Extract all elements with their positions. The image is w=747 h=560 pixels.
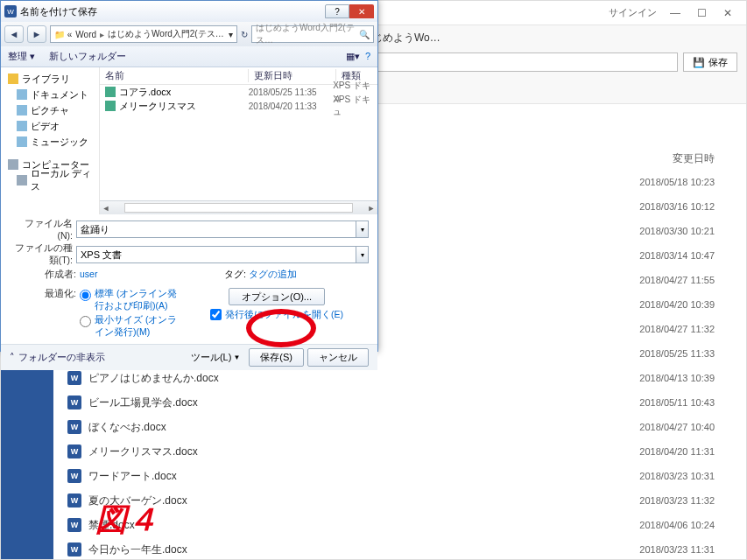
filetype-select[interactable]: XPS 文書	[76, 246, 356, 263]
word-doc-icon: W	[67, 396, 81, 410]
nav-fwd-icon[interactable]: ►	[27, 25, 46, 43]
open-after-checkbox[interactable]: 発行後にファイルを開く(E)	[185, 309, 369, 321]
word-doc-icon: W	[67, 371, 81, 385]
word-icon: W	[4, 5, 17, 18]
file-row[interactable]: Wぼくなべお.docx2018/04/27 10:40	[67, 415, 732, 439]
file-row[interactable]: W禁煙.docx2018/04/06 10:24	[67, 513, 732, 537]
view-icon[interactable]: ▦▾	[346, 51, 360, 62]
computer-icon	[8, 159, 18, 170]
figure-label: 図４	[95, 499, 159, 542]
signin-link[interactable]: サインイン	[609, 6, 657, 19]
dialog-titlebar: W 名前を付けて保存 ? ✕	[1, 1, 377, 22]
file-row[interactable]: Wビール工場見学会.docx2018/05/11 10:43	[67, 390, 732, 415]
nav-back-icon[interactable]: ◄	[4, 25, 24, 43]
cancel-button[interactable]: ャンセル	[307, 348, 369, 367]
help-icon[interactable]: ?	[365, 51, 370, 62]
filename-dropdown-icon[interactable]: ▾	[356, 220, 369, 238]
tools-menu[interactable]: ツール(L)▼	[191, 351, 240, 364]
word-doc-icon: W	[67, 444, 81, 458]
file-list[interactable]: 名前 更新日時 種類 コアラ.docx2018/05/25 11:35XPS ド…	[99, 67, 377, 214]
xps-icon	[105, 101, 116, 111]
dialog-help-icon[interactable]: ?	[325, 4, 349, 18]
new-folder-button[interactable]: 新しいフォルダー	[49, 50, 126, 63]
xps-icon	[105, 87, 116, 97]
window-max-icon[interactable]: ☐	[690, 5, 713, 21]
word-doc-icon: W	[67, 494, 81, 508]
search-icon: 🔍	[359, 30, 370, 39]
file-row[interactable]: Wワードアート.docx2018/03/23 10:31	[67, 464, 732, 488]
filename-input[interactable]: 盆踊り	[76, 220, 356, 238]
save-icon: 💾	[693, 57, 705, 68]
dialog-file-row[interactable]: メリークリスマス2018/04/20 11:33XPS ドキュ	[100, 99, 377, 113]
tag-add[interactable]: タグの追加	[249, 269, 297, 279]
optimize-standard-radio[interactable]: 標準 (オンライン発行および印刷)(A)	[80, 288, 185, 312]
window-close-icon[interactable]: ✕	[716, 5, 739, 21]
library-icon	[8, 74, 18, 84]
organize-menu[interactable]: 整理 ▾	[8, 50, 35, 63]
file-row[interactable]: Wメリークリスマス.docx2018/04/20 11:31	[67, 439, 732, 464]
dialog-search[interactable]: はじめようWord入門2(テス… 🔍	[251, 25, 374, 43]
dialog-close-icon[interactable]: ✕	[349, 4, 374, 18]
h-scrollbar[interactable]: ◄►	[100, 200, 377, 214]
word-doc-icon: W	[67, 469, 81, 483]
optimize-min-radio[interactable]: 最小サイズ (オンライン発行)(M)	[80, 314, 185, 339]
folder-tree[interactable]: ライブラリ ドキュメント ピクチャ ビデオ ミュージック コンピューター ローカ…	[1, 67, 99, 214]
file-row[interactable]: W今日から一年生.docx2018/03/23 11:31	[67, 537, 732, 559]
word-doc-icon: W	[67, 420, 81, 434]
word-doc-icon: W	[67, 518, 81, 532]
save-button[interactable]: 保存(S)	[249, 348, 304, 367]
save-as-dialog: W 名前を付けて保存 ? ✕ ◄ ► 📁 « Word ▸ はじめようWord入…	[0, 0, 378, 352]
hide-folders-toggle[interactable]: ˄ フォルダーの非表示	[10, 351, 105, 364]
word-doc-icon: W	[67, 542, 81, 556]
author-value[interactable]: user	[80, 269, 97, 279]
options-button[interactable]: オプション(O)...	[229, 288, 325, 305]
file-row[interactable]: W夏の大バーゲン.docx2018/03/23 11:32	[67, 488, 732, 513]
window-min-icon[interactable]: —	[664, 5, 687, 21]
chevron-up-icon: ˄	[10, 352, 15, 363]
bg-save-button[interactable]: 💾 保存	[683, 52, 737, 72]
dialog-path[interactable]: 📁 « Word ▸ はじめようWord入門2(テス… ▾	[50, 25, 237, 43]
filetype-dropdown-icon[interactable]: ▾	[356, 246, 369, 263]
